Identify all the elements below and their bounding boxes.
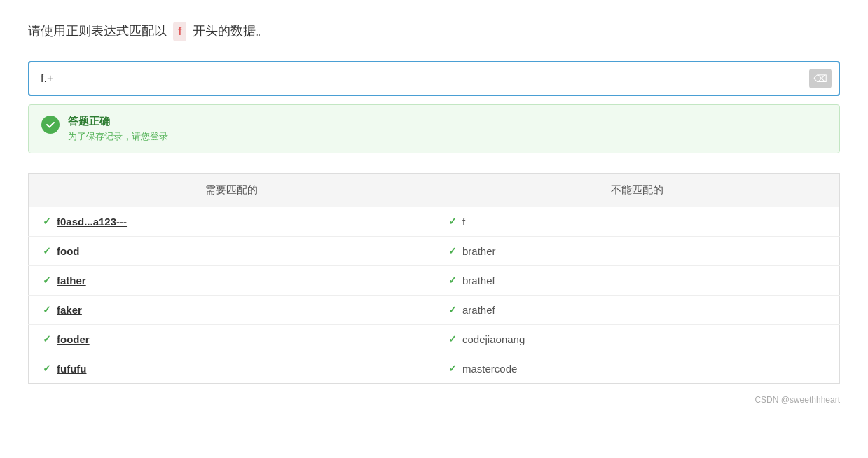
no-match-cell: ✓ codejiaonang (434, 324, 840, 354)
instruction-suffix: 开头的数据。 (193, 24, 268, 38)
match-word: fufufu (57, 363, 86, 375)
check-icon: ✓ (448, 275, 457, 286)
col-match-header: 需要匹配的 (29, 173, 434, 207)
success-banner: 答题正确 为了保存记录，请您登录 (28, 104, 840, 153)
clear-icon: ⌫ (813, 73, 827, 84)
match-word: faker (57, 304, 82, 316)
regex-input[interactable] (28, 61, 840, 96)
no-match-word: mastercode (462, 363, 517, 375)
no-match-cell: ✓ brather (434, 236, 840, 265)
match-word: father (57, 275, 86, 286)
clear-button[interactable]: ⌫ (809, 69, 832, 88)
check-icon: ✓ (43, 275, 51, 286)
no-match-cell: ✓ mastercode (434, 354, 840, 383)
match-word: food (57, 245, 79, 257)
no-match-word: arathef (462, 304, 495, 316)
no-match-word: brather (462, 245, 496, 257)
no-match-cell: ✓ f (434, 207, 840, 236)
instruction-text: 请使用正则表达式匹配以 f 开头的数据。 (28, 21, 840, 41)
no-match-word: brathef (462, 275, 495, 286)
table-row: ✓ faker ✓ arathef (29, 295, 840, 324)
footer-text: CSDN @sweethhheart (28, 395, 840, 405)
f-highlight: f (173, 22, 186, 41)
table-row: ✓ fufufu ✓ mastercode (29, 354, 840, 383)
check-icon: ✓ (448, 333, 457, 345)
table-row: ✓ father ✓ brathef (29, 265, 840, 295)
match-cell: ✓ father (29, 265, 434, 295)
success-icon (41, 116, 60, 134)
success-text: 答题正确 为了保存记录，请您登录 (68, 115, 168, 143)
check-icon: ✓ (448, 216, 457, 227)
match-cell: ✓ fufufu (29, 354, 434, 383)
match-cell: ✓ f0asd...a123--- (29, 207, 434, 236)
check-icon: ✓ (43, 304, 51, 315)
table-header-row: 需要匹配的 不能匹配的 (29, 173, 840, 207)
match-word: fooder (57, 333, 90, 345)
no-match-cell: ✓ arathef (434, 295, 840, 324)
check-icon: ✓ (43, 333, 51, 345)
check-icon: ✓ (43, 216, 51, 227)
match-cell: ✓ food (29, 236, 434, 265)
table-row: ✓ fooder ✓ codejiaonang (29, 324, 840, 354)
check-icon: ✓ (43, 245, 51, 256)
instruction-prefix: 请使用正则表达式匹配以 (28, 24, 167, 38)
match-cell: ✓ fooder (29, 324, 434, 354)
no-match-word: codejiaonang (462, 333, 525, 345)
match-cell: ✓ faker (29, 295, 434, 324)
check-icon: ✓ (43, 363, 51, 374)
success-title: 答题正确 (68, 115, 168, 128)
input-area: ⌫ (28, 61, 840, 96)
check-icon: ✓ (448, 304, 457, 315)
table-row: ✓ food ✓ brather (29, 236, 840, 265)
no-match-cell: ✓ brathef (434, 265, 840, 295)
col-no-match-header: 不能匹配的 (434, 173, 840, 207)
success-subtitle: 为了保存记录，请您登录 (68, 130, 168, 143)
table-row: ✓ f0asd...a123--- ✓ f (29, 207, 840, 236)
no-match-word: f (462, 216, 465, 228)
check-icon: ✓ (448, 363, 457, 374)
match-table: 需要匹配的 不能匹配的 ✓ f0asd...a123--- ✓ f ✓ food… (28, 173, 840, 384)
match-word: f0asd...a123--- (57, 216, 127, 228)
check-icon: ✓ (448, 245, 457, 256)
